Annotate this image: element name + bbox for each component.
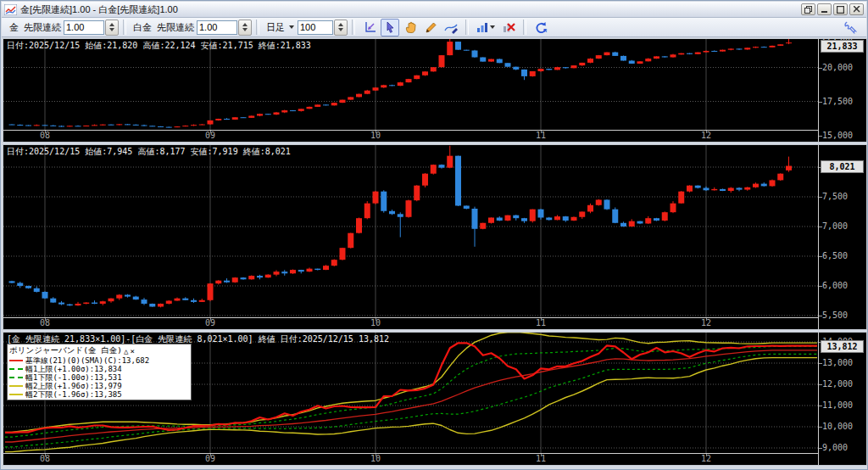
y-axis-label: 17,500 [822,97,853,106]
maximize-button[interactable] [833,3,848,15]
settings-button[interactable] [841,19,860,36]
candle-body [720,50,726,52]
candle-body [314,104,320,107]
bar-count-input[interactable] [298,20,333,35]
y-axis-label: 12,000 [822,379,853,389]
y-axis-label: 15,000 [822,131,853,140]
gold-x-axis: 0809101112 [3,130,819,142]
candle-body [364,91,370,94]
candle-body [612,53,618,56]
x-axis-tick [706,454,707,456]
candle-body [464,205,470,209]
axis-pointer-tool-button[interactable] [360,19,379,36]
period-dropdown[interactable]: 日足 [266,21,285,34]
candle-body [83,303,89,304]
candle-body [786,42,792,43]
candle-body [17,283,23,286]
candle-body [488,59,494,62]
candle-body [215,119,221,120]
candle-body [100,301,106,304]
candle-body [331,103,337,105]
candle-body [687,186,693,192]
candle-body [248,276,254,279]
candle-body [563,67,569,68]
candle-body [414,76,420,79]
gold-plot-area[interactable]: 日付:2025/12/15 始値:21,820 高値:22,124 安値:21,… [3,39,819,142]
candle-body [620,56,626,61]
pencil-icon [425,21,437,34]
x-axis-tick [706,318,707,321]
x-axis-tick [541,318,542,321]
candle-body [497,59,503,64]
candle-body [571,65,577,68]
pan-hand-tool-button[interactable] [401,19,420,36]
bollinger-legend-box[interactable]: ボリンジャーバンド(金 白金) △ × 基準線(21)(0)(SMA)(C):1… [7,344,192,400]
candle-body [604,199,610,209]
candle-body [67,305,73,305]
candle-body [257,276,263,277]
candle-body [348,233,353,249]
candle-body [406,200,412,217]
title-bar[interactable]: 金[先限連続]1.00 - 白金[先限連続]1.00 [2,2,866,18]
draw-curve-tool-button[interactable] [442,19,460,36]
candle-body [629,61,635,64]
y-axis-label: 6,500 [822,251,848,260]
select-cursor-tool-button[interactable] [381,19,399,36]
candle-body [348,97,353,99]
candle-body [447,42,453,55]
platinum-plot-area[interactable]: 日付:2025/12/15 始値:7,945 高値:8,177 安値:7,919… [3,145,819,329]
gold-multiplier-input[interactable] [64,20,104,35]
y-axis-label: 10,000 [822,422,853,431]
candle-body [604,53,610,56]
candle-body [554,216,560,220]
platinum-series-label: 先限連続 [157,21,194,34]
candle-body [398,214,403,217]
close-button[interactable] [849,3,864,15]
candle-body [241,277,247,279]
candle-body [83,126,89,126]
legend-collapse-button[interactable]: △ [124,347,128,355]
platinum-multiplier-stepper[interactable] [238,20,252,36]
candle-body [777,174,783,181]
candle-body [571,217,577,221]
candle-body [314,269,320,270]
x-axis-tick [45,131,46,133]
candle-body [480,223,486,229]
legend-close-button[interactable]: × [130,347,134,355]
close-icon [854,6,860,13]
candle-body [125,294,131,296]
candle-body [464,50,470,51]
candle-body [695,186,701,188]
candle-body [753,47,759,48]
pencil-tool-button[interactable] [421,19,440,36]
candle-body [704,187,709,190]
candle-body [215,281,221,284]
remove-indicator-button[interactable] [499,19,518,36]
candle-body [637,221,643,224]
spread-plot-area[interactable]: [金 先限連続 21,833×1.00]-[白金 先限連続 8,021×1.00… [3,333,819,465]
toolbar: 金 先限連続 白金 先限連続 日足 [2,18,866,37]
float-window-button[interactable] [801,3,815,15]
indicator-menu-button[interactable] [474,19,498,36]
candle-body [241,117,247,118]
gold-multiplier-stepper[interactable] [105,20,119,36]
minimize-button[interactable] [817,3,832,15]
candle-body [142,126,147,126]
period-dropdown-caret-icon[interactable] [289,25,294,29]
candle-body [505,215,511,221]
legend-line-sample [9,360,23,361]
candle-body [637,61,643,64]
x-axis-tick [210,131,211,133]
candle-body [488,217,494,222]
bar-count-stepper[interactable] [334,20,348,36]
platinum-multiplier-input[interactable] [197,20,237,35]
candle-body [513,215,519,219]
candle-body [777,44,783,46]
minimize-icon [821,6,828,13]
indicator-menu-caret-icon [490,25,495,29]
candle-body [786,166,792,171]
reload-button[interactable]: R [531,19,550,36]
candle-body [596,199,602,204]
candle-body [274,112,280,115]
y-axis-label: 13,000 [822,358,853,367]
